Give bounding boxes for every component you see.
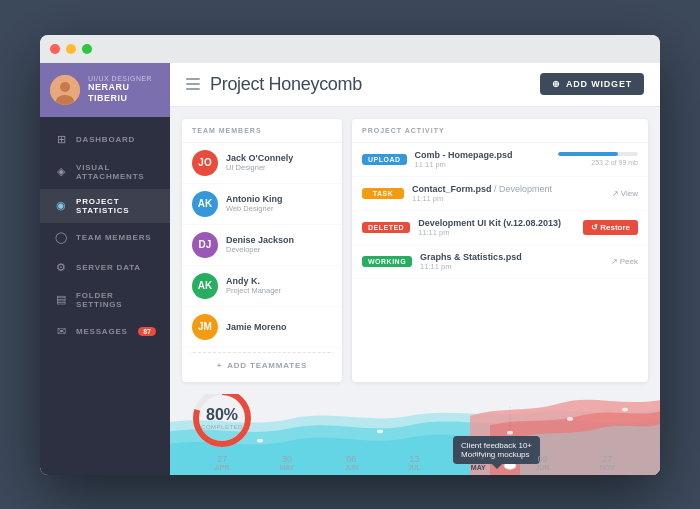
donut-label: Completed	[201, 424, 243, 430]
list-item: Upload Comb - Homepage.psd 11:11 pm 253.…	[352, 143, 648, 177]
team-members-list: JO Jack O'Connely UI Designer AK Antonio…	[182, 143, 342, 348]
nav-label-dashboard: Dashboard	[76, 135, 135, 144]
sidebar-item-project-statistics[interactable]: ◉ Project Statistics	[40, 189, 170, 223]
member-info: Jamie Moreno	[226, 322, 332, 332]
avatar: DJ	[192, 232, 218, 258]
member-info: Denise Jackson Developer	[226, 235, 332, 254]
add-widget-button[interactable]: ⊕ Add Widget	[540, 73, 644, 95]
activity-action[interactable]: ↗ Peek	[611, 257, 638, 266]
svg-point-4	[377, 429, 383, 433]
sidebar: UI/UX Designer Neraru Tiberiu ⊞ Dashboar…	[40, 63, 170, 475]
activity-size: 253.2 of 99 mb	[591, 159, 638, 166]
activity-title: Comb - Homepage.psd	[415, 150, 550, 160]
nav-icon-dashboard: ⊞	[54, 133, 68, 147]
sidebar-item-messages[interactable]: ✉ Messages 87	[40, 317, 170, 347]
svg-point-3	[257, 438, 263, 442]
member-info: Antonio King Web Designer	[226, 194, 332, 213]
member-name: Denise Jackson	[226, 235, 332, 245]
activity-action[interactable]: ↗ View	[612, 189, 638, 198]
list-item: DJ Denise Jackson Developer	[182, 225, 342, 266]
list-item: AK Antonio King Web Designer	[182, 184, 342, 225]
chart-date-label: 09 JUN	[536, 454, 550, 471]
maximize-button[interactable]	[82, 44, 92, 54]
member-info: Andy K. Project Manager	[226, 276, 332, 295]
nav-icon-messages: ✉	[54, 325, 68, 339]
activity-badge: Upload	[362, 154, 407, 165]
member-role: Project Manager	[226, 286, 332, 295]
restore-button[interactable]: ↺ Restore	[583, 220, 638, 235]
member-info: Jack O'Connely UI Designer	[226, 153, 332, 172]
team-panel-header: Team Members	[182, 119, 342, 143]
sidebar-item-dashboard[interactable]: ⊞ Dashboard	[40, 125, 170, 155]
sidebar-item-folder-settings[interactable]: ▤ Folder Settings	[40, 283, 170, 317]
activity-info: Graphs & Statistics.psd 11:11 pm	[420, 252, 602, 271]
activity-title: Development UI Kit (v.12.08.2013)	[418, 218, 575, 228]
nav-icon-project-statistics: ◉	[54, 199, 68, 213]
member-name: Antonio King	[226, 194, 332, 204]
user-role: UI/UX Designer	[88, 75, 160, 82]
nav-label-messages: Messages	[76, 327, 128, 336]
progress-bar	[558, 152, 638, 156]
minimize-button[interactable]	[66, 44, 76, 54]
sidebar-item-visual-attachments[interactable]: ◈ Visual Attachments	[40, 155, 170, 189]
avatar: AK	[192, 273, 218, 299]
activity-meta: 253.2 of 99 mb	[558, 152, 638, 166]
donut-percent: 80%	[201, 406, 243, 424]
user-name: Neraru Tiberiu	[88, 82, 160, 105]
activity-panel-header: Project Activity	[352, 119, 648, 143]
svg-point-6	[567, 417, 573, 421]
team-panel: Team Members JO Jack O'Connely UI Design…	[182, 119, 342, 382]
title-bar	[40, 35, 660, 63]
chart-date-label: 27 NOV	[600, 454, 615, 471]
chart-dates: 27 APR 30 MAY 06 JUN 13 JUL 22 MAY 09 JU…	[170, 454, 660, 471]
sidebar-item-team-members[interactable]: ◯ Team Members	[40, 223, 170, 253]
list-item: Deleted Development UI Kit (v.12.08.2013…	[352, 211, 648, 245]
nav-label-visual-attachments: Visual Attachments	[76, 163, 156, 181]
list-item: JM Jamie Moreno	[182, 307, 342, 348]
nav-label-folder-settings: Folder Settings	[76, 291, 156, 309]
activity-badge: Deleted	[362, 222, 410, 233]
menu-icon[interactable]	[186, 78, 200, 90]
close-button[interactable]	[50, 44, 60, 54]
activity-time: 11:11 pm	[420, 262, 602, 271]
member-name: Andy K.	[226, 276, 332, 286]
activity-title: Graphs & Statistics.psd	[420, 252, 602, 262]
member-role: UI Designer	[226, 163, 332, 172]
chart-date-label: 06 JUN	[344, 454, 358, 471]
header: Project Honeycomb ⊕ Add Widget	[170, 63, 660, 107]
sidebar-nav: ⊞ Dashboard ◈ Visual Attachments ◉ Proje…	[40, 117, 170, 475]
nav-icon-team-members: ◯	[54, 231, 68, 245]
plus-icon: +	[217, 361, 222, 370]
list-item: JO Jack O'Connely UI Designer	[182, 143, 342, 184]
activity-title: Contact_Form.psd / Development	[412, 184, 604, 194]
app-window: UI/UX Designer Neraru Tiberiu ⊞ Dashboar…	[40, 35, 660, 475]
list-item: AK Andy K. Project Manager	[182, 266, 342, 307]
member-name: Jack O'Connely	[226, 153, 332, 163]
svg-point-1	[60, 82, 70, 92]
nav-label-project-statistics: Project Statistics	[76, 197, 156, 215]
activity-info: Comb - Homepage.psd 11:11 pm	[415, 150, 550, 169]
add-teammate-button[interactable]: + Add Teammates	[190, 352, 334, 378]
chart-date-label: 13 JUL	[408, 454, 420, 471]
panels: Team Members JO Jack O'Connely UI Design…	[170, 107, 660, 394]
nav-badge-messages: 87	[138, 327, 156, 336]
nav-icon-folder-settings: ▤	[54, 293, 68, 307]
activity-time: 11:11 pm	[415, 160, 550, 169]
avatar	[50, 75, 80, 105]
user-info: UI/UX Designer Neraru Tiberiu	[88, 75, 160, 105]
activity-badge: Working	[362, 256, 412, 267]
content-area: Team Members JO Jack O'Connely UI Design…	[170, 107, 660, 475]
activity-list: Upload Comb - Homepage.psd 11:11 pm 253.…	[352, 143, 648, 279]
avatar: JO	[192, 150, 218, 176]
sidebar-item-server-data[interactable]: ⚙ Server Data	[40, 253, 170, 283]
avatar: JM	[192, 314, 218, 340]
nav-icon-visual-attachments: ◈	[54, 165, 68, 179]
nav-label-team-members: Team Members	[76, 233, 151, 242]
activity-badge: Task	[362, 188, 404, 199]
member-name: Jamie Moreno	[226, 322, 332, 332]
list-item: Working Graphs & Statistics.psd 11:11 pm…	[352, 245, 648, 279]
chart-date-label: 27 APR	[215, 454, 229, 471]
activity-time: 11:11 pm	[418, 228, 575, 237]
chart-date-label: 30 MAY	[280, 454, 295, 471]
main-content: Project Honeycomb ⊕ Add Widget Team Memb…	[170, 63, 660, 475]
